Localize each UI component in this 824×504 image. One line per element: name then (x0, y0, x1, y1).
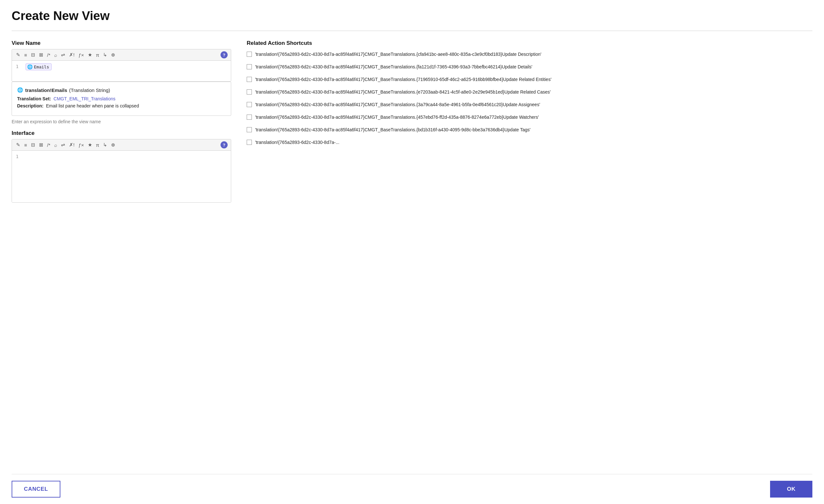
toolbar-globe-icon[interactable]: ⊕ (110, 51, 116, 58)
interface-editor: ✎ ≡ ⊟ ⊠ /* ⌕ ⇌ ✗! ƒ× ★ π ↳ ⊕ ? 1 (12, 139, 231, 203)
shortcut-text-1: 'translation!{765a2893-6d2c-4330-8d7a-ac… (255, 64, 532, 70)
shortcut-checkbox-3[interactable] (247, 89, 252, 95)
shortcut-item-3: 'translation!{765a2893-6d2c-4330-8d7a-ac… (247, 89, 812, 96)
translation-chip: 🌐 Emails (25, 63, 51, 70)
toolbar-list1-icon[interactable]: ≡ (23, 51, 28, 58)
shortcut-checkbox-4[interactable] (247, 102, 252, 107)
shortcut-item-5: 'translation!{765a2893-6d2c-4330-8d7a-ac… (247, 114, 812, 121)
view-name-toolbar: ✎ ≡ ⊟ ⊠ /* ⌕ ⇌ ✗! ƒ× ★ π ↳ ⊕ ? (12, 49, 231, 61)
shortcut-text-7: 'translation!{765a2893-6d2c-4330-8d7a-..… (255, 139, 339, 146)
toolbar-pi-icon[interactable]: π (95, 51, 100, 58)
toolbar-clear-icon[interactable]: ✗! (68, 51, 76, 58)
tooltip-ts-label: Translation Set: (17, 96, 51, 101)
int-toolbar-comment-icon[interactable]: /* (46, 142, 51, 148)
tooltip-desc-label: Description: (17, 103, 43, 108)
int-toolbar-pencil-icon[interactable]: ✎ (15, 141, 21, 148)
cancel-button[interactable]: CANCEL (12, 481, 61, 498)
chip-label: Emails (34, 65, 49, 70)
tooltip-type: (Translation String) (69, 88, 110, 93)
tooltip-panel: 🌐 translation!Emails (Translation String… (12, 82, 231, 116)
int-toolbar-help-button[interactable]: ? (220, 141, 228, 148)
int-toolbar-list2-icon[interactable]: ⊟ (30, 141, 36, 148)
shortcut-item-4: 'translation!{765a2893-6d2c-4330-8d7a-ac… (247, 101, 812, 108)
tooltip-translation-set-row: Translation Set: CMGT_EML_TRI_Translatio… (17, 96, 226, 101)
shortcuts-label: Related Action Shortcuts (247, 40, 812, 46)
toolbar-list3-icon[interactable]: ⊠ (38, 51, 44, 58)
shortcut-text-5: 'translation!{765a2893-6d2c-4330-8d7a-ac… (255, 114, 539, 121)
shortcut-checkbox-0[interactable] (247, 51, 252, 57)
shortcut-checkbox-1[interactable] (247, 64, 252, 70)
tooltip-desc-value: Email list pane header when pane is coll… (46, 103, 139, 108)
chip-globe-icon: 🌐 (27, 64, 33, 70)
int-toolbar-star-icon[interactable]: ★ (87, 141, 93, 148)
toolbar-list2-icon[interactable]: ⊟ (30, 51, 36, 58)
interface-editor-body[interactable]: 1 (12, 151, 231, 202)
right-panel: Related Action Shortcuts 'translation!{7… (247, 40, 812, 469)
tooltip-globe-icon: 🌐 (17, 87, 23, 93)
int-toolbar-list3-icon[interactable]: ⊠ (38, 141, 44, 148)
shortcut-item-6: 'translation!{765a2893-6d2c-4330-8d7a-ac… (247, 126, 812, 133)
int-toolbar-pi-icon[interactable]: π (95, 142, 100, 148)
tooltip-name: translation!Emails (25, 88, 67, 93)
toolbar-pencil-icon[interactable]: ✎ (15, 51, 21, 58)
line-number-1: 1 (16, 63, 22, 79)
interface-toolbar: ✎ ≡ ⊟ ⊠ /* ⌕ ⇌ ✗! ƒ× ★ π ↳ ⊕ ? (12, 139, 231, 151)
interface-label: Interface (12, 130, 231, 136)
shortcut-text-3: 'translation!{765a2893-6d2c-4330-8d7a-ac… (255, 89, 551, 96)
ok-button[interactable]: OK (770, 481, 812, 498)
page-title: Create New View (12, 9, 812, 23)
view-name-label: View Name (12, 40, 231, 46)
shortcut-text-2: 'translation!{765a2893-6d2c-4330-8d7a-ac… (255, 76, 551, 83)
shortcut-checkbox-6[interactable] (247, 127, 252, 132)
int-toolbar-arrow-icon[interactable]: ↳ (102, 141, 108, 148)
tooltip-title: 🌐 translation!Emails (Translation String… (17, 87, 226, 93)
shortcut-item-7: 'translation!{765a2893-6d2c-4330-8d7a-..… (247, 139, 812, 146)
shortcut-item-0: 'translation!{765a2893-6d2c-4330-8d7a-ac… (247, 51, 812, 58)
int-toolbar-search-icon[interactable]: ⌕ (53, 142, 58, 148)
view-name-editor: ✎ ≡ ⊟ ⊠ /* ⌕ ⇌ ✗! ƒ× ★ π ↳ ⊕ ? 1 (12, 49, 231, 82)
shortcut-item-1: 'translation!{765a2893-6d2c-4330-8d7a-ac… (247, 64, 812, 70)
footer: CANCEL OK (12, 474, 812, 504)
shortcut-text-0: 'translation!{765a2893-6d2c-4330-8d7a-ac… (255, 51, 541, 58)
int-toolbar-globe-icon[interactable]: ⊕ (110, 141, 116, 148)
shortcut-text-6: 'translation!{765a2893-6d2c-4330-8d7a-ac… (255, 126, 530, 133)
int-toolbar-list1-icon[interactable]: ≡ (23, 142, 28, 148)
shortcut-checkbox-7[interactable] (247, 140, 252, 145)
int-toolbar-swap-icon[interactable]: ⇌ (60, 141, 66, 148)
shortcut-checkbox-5[interactable] (247, 115, 252, 120)
int-toolbar-fx-icon[interactable]: ƒ× (78, 142, 85, 148)
view-name-editor-content[interactable]: 🌐 Emails (25, 63, 227, 79)
int-toolbar-clear-icon[interactable]: ✗! (68, 141, 76, 148)
interface-line-number-1: 1 (16, 153, 227, 159)
toolbar-search-icon[interactable]: ⌕ (53, 51, 58, 58)
tooltip-ts-value[interactable]: CMGT_EML_TRI_Translations (54, 96, 116, 101)
header-divider (12, 31, 812, 31)
left-panel: View Name ✎ ≡ ⊟ ⊠ /* ⌕ ⇌ ✗! ƒ× ★ π ↳ ⊕ ? (12, 40, 231, 469)
shortcut-checkbox-2[interactable] (247, 77, 252, 82)
toolbar-comment-icon[interactable]: /* (46, 51, 51, 58)
view-name-hint: Enter an expression to define the view n… (12, 119, 231, 124)
toolbar-fx-icon[interactable]: ƒ× (78, 51, 85, 58)
shortcut-text-4: 'translation!{765a2893-6d2c-4330-8d7a-ac… (255, 101, 540, 108)
toolbar-swap-icon[interactable]: ⇌ (60, 51, 66, 58)
toolbar-arrow-icon[interactable]: ↳ (102, 51, 108, 58)
view-name-editor-body[interactable]: 1 🌐 Emails (12, 61, 231, 81)
toolbar-help-button[interactable]: ? (220, 51, 228, 58)
shortcut-item-2: 'translation!{765a2893-6d2c-4330-8d7a-ac… (247, 76, 812, 83)
tooltip-description-row: Description: Email list pane header when… (17, 103, 226, 108)
toolbar-star-icon[interactable]: ★ (87, 51, 93, 58)
